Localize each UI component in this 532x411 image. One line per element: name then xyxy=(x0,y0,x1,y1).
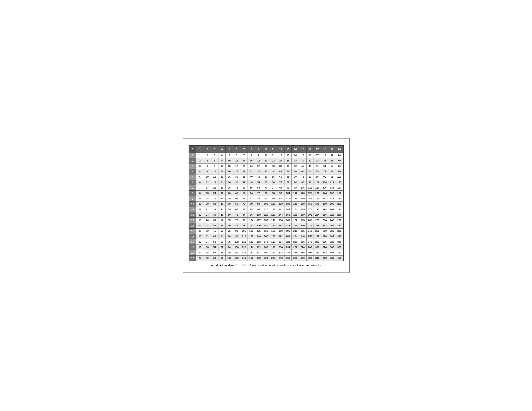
cell-20-1: 20 xyxy=(196,255,204,261)
cell-12-2: 24 xyxy=(204,212,211,218)
cell-13-14: 182 xyxy=(292,218,299,223)
cell-17-19: 323 xyxy=(328,239,336,245)
cell-15-10: 150 xyxy=(262,228,270,234)
header-col-2: 2 xyxy=(204,146,211,153)
cell-5-2: 10 xyxy=(204,174,211,180)
table-row: 2246810121416182022242628303234363840 xyxy=(189,158,343,164)
cell-9-14: 126 xyxy=(292,196,299,201)
row-header-18: 18 xyxy=(189,245,196,250)
cell-14-13: 182 xyxy=(284,223,292,228)
cell-20-16: 320 xyxy=(306,255,314,261)
cell-1-18: 18 xyxy=(321,153,328,158)
cell-6-13: 78 xyxy=(284,180,292,185)
cell-6-20: 120 xyxy=(336,180,343,185)
cell-3-4: 12 xyxy=(218,164,226,169)
cell-18-19: 342 xyxy=(328,245,336,250)
cell-9-9: 81 xyxy=(255,196,262,201)
cell-18-15: 270 xyxy=(299,245,306,250)
table-row: 6612182430364248546066727884909610210811… xyxy=(189,180,343,185)
header-col-10: 10 xyxy=(262,146,270,153)
cell-9-12: 108 xyxy=(277,196,285,201)
cell-7-11: 77 xyxy=(270,185,277,191)
cell-5-12: 60 xyxy=(277,174,285,180)
row-header-4: 4 xyxy=(189,169,196,174)
cell-18-10: 180 xyxy=(262,245,270,250)
cell-4-2: 8 xyxy=(204,169,211,174)
cell-2-13: 26 xyxy=(284,158,292,164)
cell-9-1: 9 xyxy=(196,196,204,201)
cell-15-17: 255 xyxy=(314,228,321,234)
cell-12-15: 180 xyxy=(299,212,306,218)
cell-13-12: 156 xyxy=(277,218,285,223)
cell-13-15: 195 xyxy=(299,218,306,223)
cell-18-2: 36 xyxy=(204,245,211,250)
cell-12-3: 36 xyxy=(211,212,218,218)
cell-12-8: 96 xyxy=(248,212,255,218)
cell-5-14: 70 xyxy=(292,174,299,180)
cell-13-17: 221 xyxy=(314,218,321,223)
cell-3-11: 33 xyxy=(270,164,277,169)
header-col-8: 8 xyxy=(248,146,255,153)
cell-9-20: 180 xyxy=(336,196,343,201)
cell-7-16: 112 xyxy=(306,185,314,191)
cell-18-3: 54 xyxy=(211,245,218,250)
header-col-5: 5 xyxy=(226,146,233,153)
cell-5-4: 20 xyxy=(218,174,226,180)
cell-13-19: 247 xyxy=(328,218,336,223)
cell-14-4: 56 xyxy=(218,223,226,228)
cell-7-13: 91 xyxy=(284,185,292,191)
cell-13-3: 39 xyxy=(211,218,218,223)
cell-7-5: 35 xyxy=(226,185,233,191)
cell-7-17: 119 xyxy=(314,185,321,191)
cell-4-8: 32 xyxy=(248,169,255,174)
row-header-10: 10 xyxy=(189,201,196,207)
cell-17-7: 119 xyxy=(240,239,248,245)
cell-17-12: 204 xyxy=(277,239,285,245)
cell-2-8: 16 xyxy=(248,158,255,164)
cell-18-18: 324 xyxy=(321,245,328,250)
cell-13-8: 104 xyxy=(248,218,255,223)
cell-19-18: 342 xyxy=(321,250,328,255)
cell-10-4: 40 xyxy=(218,201,226,207)
cell-19-14: 266 xyxy=(292,250,299,255)
cell-15-18: 270 xyxy=(321,228,328,234)
cell-2-15: 30 xyxy=(299,158,306,164)
cell-4-12: 48 xyxy=(277,169,285,174)
cell-1-9: 9 xyxy=(255,153,262,158)
cell-1-5: 5 xyxy=(226,153,233,158)
cell-13-6: 78 xyxy=(233,218,240,223)
cell-10-14: 140 xyxy=(292,201,299,207)
header-col-11: 11 xyxy=(270,146,277,153)
cell-19-9: 171 xyxy=(255,250,262,255)
cell-14-17: 238 xyxy=(314,223,321,228)
cell-11-2: 22 xyxy=(204,207,211,212)
cell-10-20: 200 xyxy=(336,201,343,207)
cell-8-1: 8 xyxy=(196,191,204,196)
cell-2-9: 18 xyxy=(255,158,262,164)
cell-3-1: 3 xyxy=(196,164,204,169)
cell-3-9: 27 xyxy=(255,164,262,169)
cell-8-8: 64 xyxy=(248,191,255,196)
cell-12-18: 216 xyxy=(321,212,328,218)
table-row: 1818365472901081261441621801982162342522… xyxy=(189,245,343,250)
cell-11-17: 187 xyxy=(314,207,321,212)
cell-18-7: 126 xyxy=(240,245,248,250)
cell-14-2: 28 xyxy=(204,223,211,228)
row-header-17: 17 xyxy=(189,239,196,245)
cell-20-2: 40 xyxy=(204,255,211,261)
cell-6-12: 72 xyxy=(277,180,285,185)
cell-11-1: 11 xyxy=(196,207,204,212)
row-header-11: 11 xyxy=(189,207,196,212)
cell-16-13: 208 xyxy=(284,234,292,239)
cell-8-4: 32 xyxy=(218,191,226,196)
cell-15-11: 165 xyxy=(270,228,277,234)
row-header-13: 13 xyxy=(189,218,196,223)
table-row: 2020406080100120140160180200220240260280… xyxy=(189,255,343,261)
cell-16-18: 288 xyxy=(321,234,328,239)
cell-2-7: 14 xyxy=(240,158,248,164)
table-row: 5510152025303540455055606570758085909510… xyxy=(189,174,343,180)
table-row: 448121620242832364044485256606468727680 xyxy=(189,169,343,174)
cell-11-19: 209 xyxy=(328,207,336,212)
cell-7-7: 49 xyxy=(240,185,248,191)
cell-11-13: 143 xyxy=(284,207,292,212)
